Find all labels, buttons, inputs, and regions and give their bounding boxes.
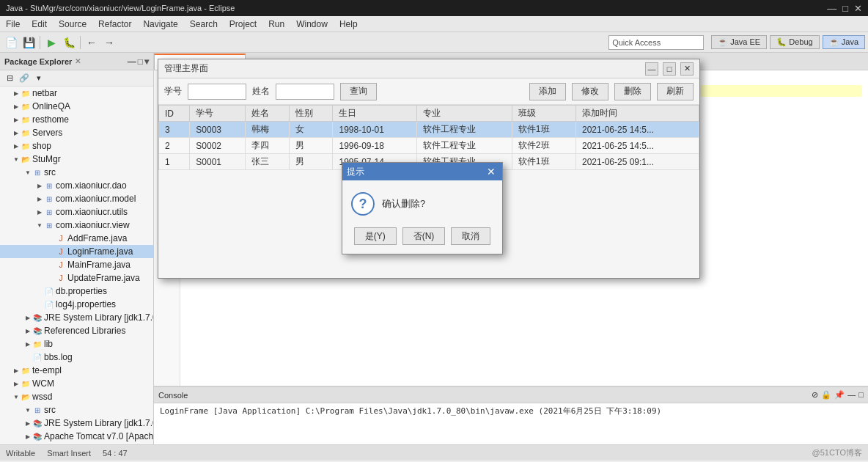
tree-item-jre[interactable]: ▶ 📚 JRE System Library [jdk1.7.0... [0,311,153,324]
mgmt-maximize-btn[interactable]: □ [663,62,676,76]
expand-arrow[interactable]: ▶ [35,196,44,202]
dialog-yes-btn[interactable]: 是(Y) [354,227,397,245]
tree-item-teempl[interactable]: ▶ 📁 te-empl [0,364,153,377]
expand-arrow[interactable]: ▶ [23,315,32,321]
expand-arrow[interactable]: ▶ [35,209,44,216]
panel-close-icon[interactable]: ✕ [75,57,81,65]
tree-item-stumgr[interactable]: ▼ 📂 StuMgr [0,153,153,166]
tree-item-wssd[interactable]: ▼ 📂 wssd [0,390,153,403]
edit-btn[interactable]: 修改 [572,83,608,100]
table-row[interactable]: 3 S0003 韩梅 女 1998-10-01 软件工程专业 软件1班 2021… [159,122,699,138]
tree-item-src[interactable]: ▼ ⊞ src [0,166,153,179]
perspective-debug[interactable]: 🐛 Debug [770,35,819,49]
view-menu-btn[interactable]: ▾ [144,56,149,67]
expand-arrow[interactable]: ▼ [12,156,21,163]
tree-item-log4jprops[interactable]: ▶ 📄 log4j.properties [0,298,153,311]
expand-arrow[interactable]: ▶ [12,367,21,374]
expand-arrow[interactable]: ▶ [12,143,21,150]
tree-item-bbslog[interactable]: ▶ 📄 bbs.log [0,351,153,364]
perspective-javaee[interactable]: ☕ Java EE [711,35,767,49]
expand-arrow[interactable]: ▶ [12,130,21,136]
tree-item-utils[interactable]: ▶ ⊞ com.xiaoniucr.utils [0,205,153,219]
tree-item-wcm[interactable]: ▶ 📁 WCM [0,377,153,390]
tree-item-servers[interactable]: ▶ 📁 Servers [0,126,153,139]
run-btn[interactable]: ▶ [43,34,59,51]
mgmt-window[interactable]: 管理主界面 — □ ✕ 学号 姓名 查询 添加 修改 删除 [158,59,700,279]
tree-item-reflibs[interactable]: ▶ 📚 Referenced Libraries [0,324,153,337]
tree-item-shop[interactable]: ▶ 📁 shop [0,139,153,153]
maximize-panel-btn[interactable]: □ [138,56,143,67]
mgmt-minimize-btn[interactable]: — [645,62,658,76]
quick-access-box[interactable]: Quick Access [608,35,704,50]
window-controls[interactable]: — □ ✕ [827,3,862,14]
expand-arrow[interactable]: ▶ [12,117,21,123]
tree-item-dao[interactable]: ▶ ⊞ com.xiaoniucr.dao [0,179,153,192]
forward-btn[interactable]: → [101,34,117,51]
tree-item-dbprops[interactable]: ▶ 📄 db.properties [0,285,153,298]
console-minimize-btn[interactable]: — [847,390,856,400]
expand-arrow[interactable]: ▶ [23,433,32,440]
perspective-java[interactable]: ☕ Java [823,35,865,49]
tree-item-onlineqa[interactable]: ▶ 📁 OnlineQA [0,100,153,113]
console-scroll-lock-btn[interactable]: 🔒 [821,390,831,400]
minimize-panel-btn[interactable]: — [128,56,136,67]
tree-item-addframe[interactable]: ▶ J AddFrame.java [0,232,153,245]
new-btn[interactable]: 📄 [3,34,19,51]
collapse-all-btn[interactable]: ⊟ [3,72,16,85]
tree-item-mainframe[interactable]: ▶ J MainFrame.java [0,258,153,271]
link-editor-btn[interactable]: 🔗 [18,72,31,85]
debug-btn[interactable]: 🐛 [61,34,77,51]
dialog-cancel-btn[interactable]: 取消 [451,227,490,245]
tree-item-updateframe[interactable]: ▶ J UpdateFrame.java [0,271,153,285]
expand-arrow[interactable]: ▶ [23,328,32,334]
filter-btn[interactable]: ▾ [32,72,45,85]
student-id-input[interactable] [188,84,246,100]
expand-arrow[interactable]: ▶ [23,420,32,427]
back-btn[interactable]: ← [84,34,100,51]
expand-arrow[interactable]: ▼ [23,169,32,176]
tree-item-netbar[interactable]: ▶ 📁 netbar [0,87,153,100]
expand-arrow[interactable]: ▼ [12,394,21,400]
mgmt-close-btn[interactable]: ✕ [680,62,694,76]
expand-arrow[interactable]: ▼ [23,407,32,414]
refresh-btn[interactable]: 刷新 [657,83,694,100]
tree-item-loginframe[interactable]: ▶ J LoginFrame.java [0,245,153,258]
name-input[interactable] [276,84,334,100]
tree-item-resthome[interactable]: ▶ 📁 resthome [0,113,153,126]
delete-btn[interactable]: 删除 [614,83,651,100]
save-btn[interactable]: 💾 [21,34,37,51]
expand-arrow[interactable]: ▶ [12,90,21,97]
close-btn[interactable]: ✕ [854,3,862,14]
expand-arrow[interactable]: ▶ [12,381,21,387]
confirm-dialog[interactable]: 提示 ✕ ? 确认删除? 是(Y) 否(N) 取消 [342,162,503,254]
expand-arrow[interactable]: ▼ [35,222,44,229]
tree-item-tomcat[interactable]: ▶ 📚 Apache Tomcat v7.0 [Apache... [0,430,153,443]
query-btn[interactable]: 查询 [340,83,377,100]
menu-window[interactable]: Window [290,18,334,31]
package-explorer-tree[interactable]: ▶ 📁 netbar ▶ 📁 OnlineQA ▶ 📁 resthome [0,87,153,444]
tree-item-webapplibs[interactable]: ▶ 📚 Web App Libraries... [0,443,153,444]
tree-item-view[interactable]: ▼ ⊞ com.xiaoniucr.view [0,219,153,232]
tree-item-lib[interactable]: ▶ 📁 lib [0,337,153,351]
expand-arrow[interactable]: ▶ [12,103,21,110]
dialog-close-btn[interactable]: ✕ [485,165,498,178]
console-maximize-btn[interactable]: □ [858,390,864,400]
dialog-no-btn[interactable]: 否(N) [402,227,446,245]
menu-source[interactable]: Source [53,18,92,31]
menu-help[interactable]: Help [334,18,364,31]
console-pin-btn[interactable]: 📌 [834,390,845,400]
expand-arrow[interactable]: ▶ [23,341,32,348]
expand-arrow[interactable]: ▶ [35,183,44,189]
menu-file[interactable]: File [0,18,26,31]
console-clear-btn[interactable]: ⊘ [812,390,818,400]
menu-refactor[interactable]: Refactor [92,18,137,31]
menu-edit[interactable]: Edit [26,18,53,31]
tree-item-wssd-jre[interactable]: ▶ 📚 JRE System Library [jdk1.7.0... [0,417,153,430]
menu-search[interactable]: Search [184,18,224,31]
menu-run[interactable]: Run [262,18,290,31]
maximize-btn[interactable]: □ [842,3,848,14]
menu-navigate[interactable]: Navigate [137,18,183,31]
add-btn[interactable]: 添加 [529,83,566,100]
table-row[interactable]: 2 S0002 李四 男 1996-09-18 软件工程专业 软件2班 2021… [159,138,699,154]
menu-project[interactable]: Project [224,18,262,31]
